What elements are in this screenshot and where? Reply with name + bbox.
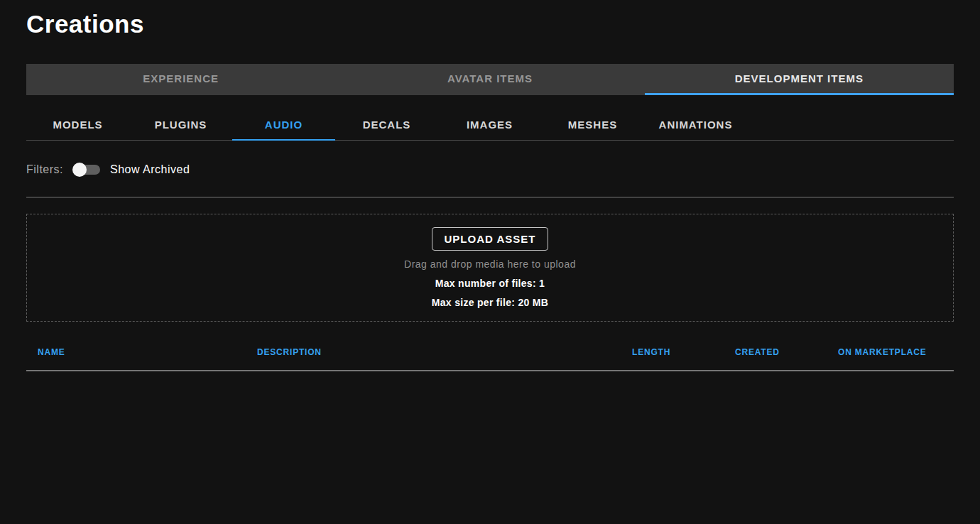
filters-divider <box>26 197 954 198</box>
column-header-name[interactable]: NAME <box>26 347 257 357</box>
column-header-description[interactable]: DESCRIPTION <box>257 347 632 357</box>
upload-dropzone[interactable]: UPLOAD ASSET Drag and drop media here to… <box>26 214 954 322</box>
filters-row: Filters: Show Archived <box>26 160 954 179</box>
tab-plugins[interactable]: PLUGINS <box>129 109 232 141</box>
creations-page: Creations EXPERIENCE AVATAR ITEMS DEVELO… <box>0 0 980 513</box>
upload-max-size-text: Max size per file: 20 MB <box>432 297 548 308</box>
tab-models[interactable]: MODELS <box>26 109 129 141</box>
tab-meshes[interactable]: MESHES <box>541 109 644 141</box>
tab-images[interactable]: IMAGES <box>438 109 541 141</box>
show-archived-toggle[interactable] <box>74 165 100 175</box>
tab-audio[interactable]: AUDIO <box>232 109 335 141</box>
main-tab-bar: EXPERIENCE AVATAR ITEMS DEVELOPMENT ITEM… <box>26 64 954 95</box>
column-header-created[interactable]: CREATED <box>735 347 838 357</box>
asset-table-body <box>26 371 954 513</box>
show-archived-label: Show Archived <box>110 163 190 176</box>
upload-hint-text: Drag and drop media here to upload <box>404 258 576 270</box>
page-title: Creations <box>26 0 954 33</box>
main-tab-development-items[interactable]: DEVELOPMENT ITEMS <box>645 64 954 95</box>
asset-type-tab-bar: MODELS PLUGINS AUDIO DECALS IMAGES MESHE… <box>26 109 954 141</box>
upload-max-files-text: Max number of files: 1 <box>435 278 545 289</box>
asset-table-header: NAME DESCRIPTION LENGTH CREATED ON MARKE… <box>26 332 954 371</box>
toggle-knob-icon <box>72 163 87 177</box>
tab-animations[interactable]: ANIMATIONS <box>644 109 747 141</box>
upload-asset-button[interactable]: UPLOAD ASSET <box>432 227 549 251</box>
main-tab-experience[interactable]: EXPERIENCE <box>26 64 335 95</box>
main-tab-avatar-items[interactable]: AVATAR ITEMS <box>335 64 644 95</box>
filters-label: Filters: <box>26 163 63 176</box>
column-header-on-marketplace[interactable]: ON MARKETPLACE <box>838 347 954 357</box>
tab-decals[interactable]: DECALS <box>335 109 438 141</box>
column-header-length[interactable]: LENGTH <box>632 347 735 357</box>
